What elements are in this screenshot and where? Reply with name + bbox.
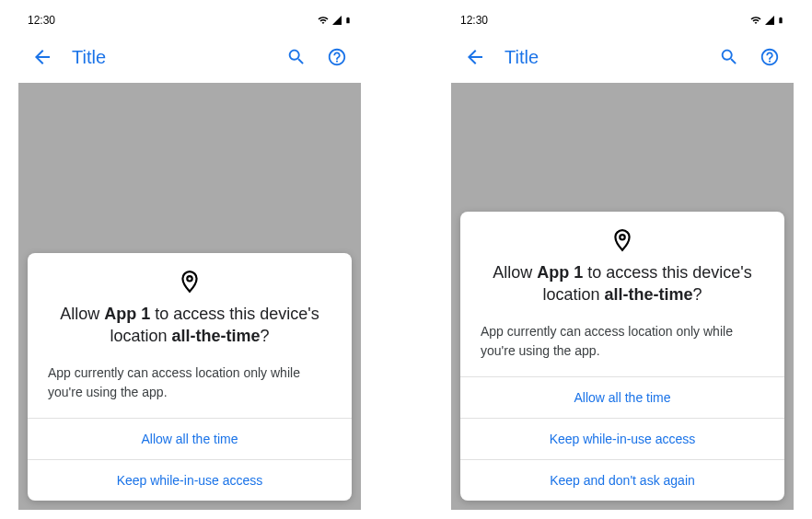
permission-dialog: Allow App 1 to access this device's loca… (460, 212, 784, 501)
app-bar: Title (451, 31, 794, 83)
status-bar: 12:30 (451, 9, 794, 31)
svg-point-1 (620, 235, 624, 239)
phone-screen-left: 12:30 Title Allow App 1 to access this d… (18, 9, 361, 510)
back-arrow-icon[interactable] (464, 46, 486, 68)
allow-all-time-button[interactable]: Allow all the time (460, 376, 784, 418)
back-arrow-icon[interactable] (31, 46, 53, 68)
dialog-header: Allow App 1 to access this device's loca… (28, 253, 352, 355)
dialog-body-text: App currently can access location only w… (48, 363, 331, 401)
signal-icon (331, 15, 342, 26)
wifi-icon (317, 15, 330, 26)
content-area: Allow App 1 to access this device's loca… (451, 83, 794, 510)
phone-screen-right: 12:30 Title Allow App 1 to access this d… (451, 9, 794, 510)
keep-while-in-use-button[interactable]: Keep while-in-use access (28, 459, 352, 501)
permission-dialog: Allow App 1 to access this device's loca… (28, 253, 352, 501)
status-icons (317, 14, 352, 27)
status-icons (749, 14, 784, 27)
signal-icon (764, 15, 775, 26)
status-bar: 12:30 (18, 9, 361, 31)
dialog-body: App currently can access location only w… (460, 313, 784, 376)
content-area: Allow App 1 to access this device's loca… (18, 83, 361, 510)
app-bar: Title (18, 31, 361, 83)
dialog-header: Allow App 1 to access this device's loca… (460, 212, 784, 314)
battery-icon (344, 14, 352, 27)
status-time: 12:30 (460, 14, 488, 27)
battery-icon (777, 14, 784, 27)
svg-point-0 (187, 276, 191, 281)
keep-while-in-use-button[interactable]: Keep while-in-use access (460, 418, 784, 459)
app-bar-title: Title (72, 47, 267, 68)
search-icon[interactable] (285, 46, 307, 68)
keep-dont-ask-button[interactable]: Keep and don't ask again (460, 459, 784, 501)
help-icon[interactable] (759, 46, 781, 68)
dialog-body: App currently can access location only w… (28, 354, 352, 418)
help-icon[interactable] (326, 46, 348, 68)
app-bar-title: Title (505, 47, 700, 68)
wifi-icon (749, 15, 762, 26)
status-time: 12:30 (28, 14, 55, 27)
location-pin-icon (481, 228, 764, 252)
allow-all-time-button[interactable]: Allow all the time (28, 418, 352, 459)
search-icon[interactable] (718, 46, 740, 68)
dialog-title: Allow App 1 to access this device's loca… (48, 303, 331, 348)
dialog-title: Allow App 1 to access this device's loca… (481, 261, 764, 306)
location-pin-icon (48, 270, 331, 294)
dialog-body-text: App currently can access location only w… (481, 322, 764, 360)
